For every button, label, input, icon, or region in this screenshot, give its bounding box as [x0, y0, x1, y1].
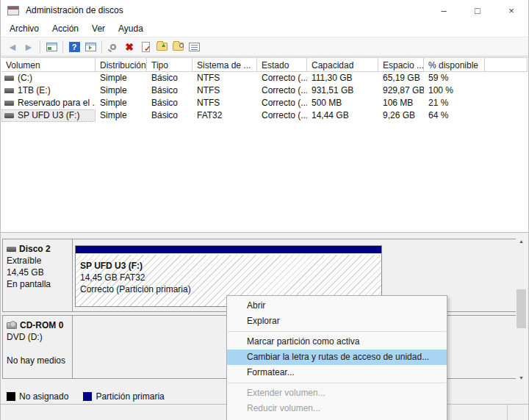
console-window-button[interactable] [82, 39, 98, 55]
open-folder-button[interactable]: ▲ [154, 39, 170, 55]
cdrom-label-panel[interactable]: CD-ROM 0 DVD (D:) No hay medios [3, 316, 73, 378]
close-button[interactable]: × [494, 0, 528, 21]
check-document-button[interactable]: ✓ [137, 39, 154, 55]
toolbar: ◄ ► ? ✖ ✓ ▲ [1, 37, 528, 57]
menu-item-marcar-activa[interactable]: Marcar partición como activa [227, 334, 447, 350]
volume-icon [4, 101, 14, 106]
volume-fs: NTFS [192, 84, 257, 97]
volume-type: Básico [147, 72, 192, 84]
context-menu: Abrir Explorar Marcar partición como act… [226, 295, 447, 420]
column-header-sistema[interactable]: Sistema de ... [192, 58, 257, 71]
partition-title: SP UFD U3 (F:) [80, 260, 381, 272]
delete-icon: ✖ [125, 41, 134, 53]
volume-free: 65,19 GB [378, 72, 424, 84]
table-row[interactable]: 1TB (E:) Simple Básico NTFS Correcto (..… [1, 84, 528, 97]
console-tree-icon [46, 43, 57, 51]
volume-type: Básico [147, 109, 192, 122]
open-folder-icon: ▲ [156, 43, 168, 51]
legend-label-unassigned: No asignado [19, 391, 68, 402]
window-title: Administración de discos [26, 5, 123, 15]
menu-accion[interactable]: Acción [46, 21, 85, 36]
help-button[interactable]: ? [66, 39, 82, 55]
menu-item-cambiar-letra[interactable]: Cambiar la letra y rutas de acceso de un… [227, 350, 447, 365]
volume-layout: Simple [96, 97, 147, 109]
menu-separator [228, 331, 446, 332]
legend-label-primary: Partición primaria [96, 391, 164, 402]
menu-item-abrir[interactable]: Abrir [227, 298, 447, 314]
volume-status: Correcto (... [257, 97, 307, 109]
volume-capacity: 14,44 GB [307, 109, 378, 122]
menu-item-reducir: Reducir volumen... [227, 401, 447, 416]
volume-pct: 64 % [424, 109, 485, 122]
search-folder-icon [173, 43, 184, 51]
forward-icon: ► [24, 41, 34, 53]
volume-status: Correcto (... [257, 84, 307, 97]
column-header-disponible[interactable]: % disponible [424, 58, 485, 71]
volume-capacity: 931,51 GB [307, 84, 378, 97]
explore-folder-button[interactable] [170, 39, 186, 55]
back-button[interactable]: ◄ [4, 39, 21, 55]
partition-status: Correcto (Partición primaria) [80, 283, 381, 295]
volume-list-header: Volumen Distribución Tipo Sistema de ...… [1, 57, 528, 72]
menu-item-explorar[interactable]: Explorar [227, 314, 447, 329]
menu-ver[interactable]: Ver [85, 21, 112, 36]
scroll-up-icon[interactable]: ▲ [516, 236, 527, 247]
console-window-icon [85, 43, 96, 51]
volume-icon [4, 88, 14, 93]
delete-button[interactable]: ✖ [121, 39, 137, 55]
menu-item-formatear[interactable]: Formatear... [227, 365, 447, 380]
table-row-selected[interactable]: SP UFD U3 (F:) Simple Básico FAT32 Corre… [1, 109, 528, 122]
scrollbar-thumb[interactable] [517, 289, 526, 328]
partition-info: 14,45 GB FAT32 [80, 272, 381, 283]
volume-free: 9,26 GB [378, 109, 424, 122]
legend-swatch-primary [83, 392, 92, 401]
disk-type: Extraíble [7, 255, 69, 267]
column-header-espacio[interactable]: Espacio ... [378, 58, 424, 71]
app-icon [7, 6, 19, 15]
column-header-volumen[interactable]: Volumen [1, 58, 96, 71]
volume-pct: 21 % [424, 97, 485, 109]
cdrom-name: CD-ROM 0 [20, 319, 63, 331]
column-header-capacidad[interactable]: Capacidad [307, 58, 378, 71]
back-icon: ◄ [7, 41, 18, 53]
volume-name: (C:) [18, 72, 32, 84]
menu-ayuda[interactable]: Ayuda [112, 21, 150, 36]
disco2-label-panel[interactable]: Disco 2 Extraíble 14,45 GB En pantalla [3, 239, 73, 311]
volume-layout: Simple [96, 72, 147, 84]
maximize-button[interactable]: □ [461, 0, 494, 21]
window-controls: – □ × [427, 0, 528, 21]
volume-name: SP UFD U3 (F:) [18, 109, 79, 122]
table-row[interactable]: Reservado para el ... Simple Básico NTFS… [1, 97, 528, 109]
column-header-estado[interactable]: Estado [257, 58, 307, 71]
console-tree-button[interactable] [43, 39, 60, 55]
volume-fs: NTFS [192, 97, 257, 109]
title-bar: Administración de discos – □ × [1, 0, 528, 21]
volume-free: 106 MB [378, 97, 424, 109]
volume-pct: 100 % [424, 84, 485, 97]
vertical-scrollbar[interactable]: ▲ ▼ [516, 236, 527, 383]
volume-icon [4, 113, 14, 118]
properties-icon [189, 43, 200, 51]
rescan-button[interactable] [105, 39, 121, 55]
scroll-down-icon[interactable]: ▼ [516, 372, 527, 383]
volume-name: Reservado para el ... [18, 97, 96, 109]
column-header-tipo[interactable]: Tipo [147, 58, 192, 71]
help-icon: ? [69, 42, 80, 52]
volume-icon [4, 76, 14, 81]
cdrom-icon [7, 322, 17, 329]
properties-button[interactable] [186, 39, 202, 55]
column-header-distribucion[interactable]: Distribución [96, 58, 147, 71]
menu-archivo[interactable]: Archivo [3, 21, 46, 36]
volume-fs: FAT32 [192, 109, 257, 122]
disk-status: En pantalla [7, 278, 69, 290]
legend-swatch-unassigned [7, 392, 15, 401]
minimize-button[interactable]: – [427, 0, 461, 21]
disk-size: 14,45 GB [7, 267, 69, 278]
toolbar-separator [101, 40, 102, 54]
table-row[interactable]: (C:) Simple Básico NTFS Correcto (... 11… [1, 72, 528, 84]
menu-separator [228, 383, 446, 383]
column-header-filler [485, 58, 528, 71]
volume-status: Correcto (... [257, 72, 307, 84]
cdrom-media-status: No hay medios [7, 355, 69, 366]
forward-button[interactable]: ► [21, 39, 37, 55]
